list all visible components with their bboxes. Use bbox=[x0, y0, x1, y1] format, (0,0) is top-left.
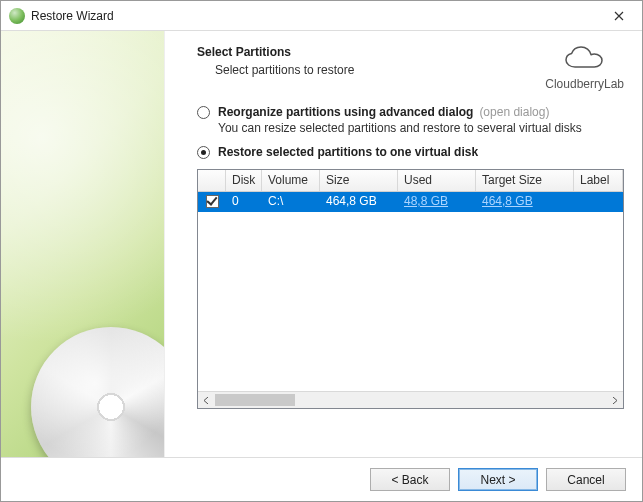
col-target[interactable]: Target Size bbox=[476, 170, 574, 191]
option-reorganize-label: Reorganize partitions using advanced dia… bbox=[218, 105, 473, 119]
title-bar: Restore Wizard bbox=[1, 1, 642, 31]
cell-label bbox=[574, 192, 623, 212]
row-checkbox[interactable] bbox=[206, 195, 219, 208]
col-check[interactable] bbox=[198, 170, 226, 191]
col-used[interactable]: Used bbox=[398, 170, 476, 191]
scroll-thumb[interactable] bbox=[215, 394, 295, 406]
table-row[interactable]: 0 C:\ 464,8 GB 48,8 GB 464,8 GB bbox=[198, 192, 623, 212]
app-icon bbox=[9, 8, 25, 24]
cancel-button[interactable]: Cancel bbox=[546, 468, 626, 491]
table-body: 0 C:\ 464,8 GB 48,8 GB 464,8 GB bbox=[198, 192, 623, 391]
brand-text: CloudberryLab bbox=[545, 77, 624, 91]
back-button[interactable]: < Back bbox=[370, 468, 450, 491]
col-size[interactable]: Size bbox=[320, 170, 398, 191]
cell-size: 464,8 GB bbox=[320, 192, 398, 212]
brand-logo: CloudberryLab bbox=[545, 45, 624, 91]
cell-used[interactable]: 48,8 GB bbox=[398, 192, 476, 212]
wizard-footer: < Back Next > Cancel bbox=[1, 457, 642, 501]
disc-icon bbox=[31, 327, 165, 457]
restore-wizard-window: Restore Wizard CloudberryLab Select Part… bbox=[0, 0, 643, 502]
scroll-right-button[interactable] bbox=[606, 392, 623, 408]
option-reorganize-desc: You can resize selected partitions and r… bbox=[218, 121, 624, 135]
scroll-left-button[interactable] bbox=[198, 392, 215, 408]
option-reorganize-hint[interactable]: (open dialog) bbox=[479, 105, 549, 119]
body: CloudberryLab Select Partitions Select p… bbox=[1, 31, 642, 457]
window-title: Restore Wizard bbox=[31, 9, 596, 23]
radio-restore-one[interactable] bbox=[197, 146, 210, 159]
col-volume[interactable]: Volume bbox=[262, 170, 320, 191]
horizontal-scrollbar[interactable] bbox=[198, 391, 623, 408]
close-icon bbox=[614, 11, 624, 21]
chevron-left-icon bbox=[203, 397, 210, 404]
option-restore-one[interactable]: Restore selected partitions to one virtu… bbox=[197, 145, 624, 159]
options-group: Reorganize partitions using advanced dia… bbox=[197, 105, 624, 161]
wizard-sidebar bbox=[1, 31, 165, 457]
option-restore-one-label: Restore selected partitions to one virtu… bbox=[218, 145, 478, 159]
col-label[interactable]: Label bbox=[574, 170, 623, 191]
chevron-right-icon bbox=[611, 397, 618, 404]
main-panel: CloudberryLab Select Partitions Select p… bbox=[165, 31, 642, 457]
option-reorganize[interactable]: Reorganize partitions using advanced dia… bbox=[197, 105, 624, 119]
radio-reorganize[interactable] bbox=[197, 106, 210, 119]
close-button[interactable] bbox=[596, 1, 642, 31]
scroll-track[interactable] bbox=[215, 392, 606, 408]
table-header: Disk Volume Size Used Target Size Label bbox=[198, 170, 623, 192]
next-button[interactable]: Next > bbox=[458, 468, 538, 491]
cell-volume: C:\ bbox=[262, 192, 320, 212]
partitions-table: Disk Volume Size Used Target Size Label … bbox=[197, 169, 624, 409]
cloud-icon bbox=[563, 45, 607, 75]
cell-disk: 0 bbox=[226, 192, 262, 212]
cell-target[interactable]: 464,8 GB bbox=[476, 192, 574, 212]
col-disk[interactable]: Disk bbox=[226, 170, 262, 191]
row-checkbox-cell[interactable] bbox=[198, 192, 226, 212]
